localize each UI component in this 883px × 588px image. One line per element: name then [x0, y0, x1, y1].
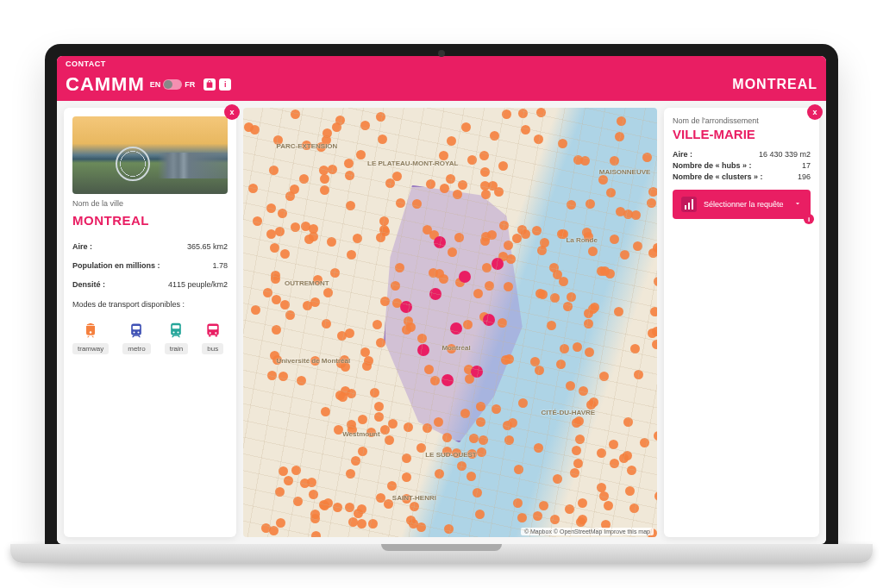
map-dot[interactable] [630, 344, 640, 353]
map-dot[interactable] [461, 122, 471, 132]
map-hub-dot[interactable] [450, 322, 462, 335]
map-dot[interactable] [648, 248, 657, 258]
map-dot[interactable] [623, 451, 632, 460]
map-dot[interactable] [270, 243, 279, 253]
map-dot[interactable] [584, 232, 593, 241]
map-dot[interactable] [434, 417, 443, 427]
map-dot[interactable] [447, 344, 456, 353]
map-dot[interactable] [253, 216, 262, 226]
map-dot[interactable] [614, 307, 623, 316]
map-dot[interactable] [473, 488, 482, 497]
map-dot[interactable] [467, 472, 476, 481]
map-dot[interactable] [477, 447, 486, 457]
map-dot[interactable] [299, 174, 309, 184]
lang-en[interactable]: EN [150, 80, 161, 89]
map-dot[interactable] [498, 252, 508, 261]
map-dot[interactable] [348, 517, 358, 527]
map-dot[interactable] [410, 502, 419, 511]
map-dot[interactable] [406, 322, 416, 332]
map-dot[interactable] [323, 288, 333, 297]
map-dot[interactable] [499, 221, 509, 230]
map-dot[interactable] [535, 366, 544, 375]
map-dot[interactable] [648, 187, 657, 197]
map-dot[interactable] [535, 289, 545, 298]
map-dot[interactable] [567, 200, 576, 210]
map-dot[interactable] [578, 515, 587, 524]
map-dot[interactable] [480, 236, 490, 246]
map-dot[interactable] [364, 356, 373, 366]
map-dot[interactable] [376, 493, 385, 503]
map-dot[interactable] [391, 281, 400, 291]
map-dot[interactable] [290, 185, 299, 194]
map-dot[interactable] [270, 351, 279, 360]
map-dot[interactable] [344, 159, 354, 168]
map-dot[interactable] [557, 229, 567, 239]
map-dot[interactable] [373, 320, 382, 329]
map-dot[interactable] [573, 342, 582, 352]
map-dot[interactable] [469, 434, 479, 443]
map-dot[interactable] [521, 229, 530, 239]
map-dot[interactable] [606, 188, 616, 197]
map-dot[interactable] [345, 503, 354, 512]
map-dot[interactable] [537, 246, 547, 255]
map-dot[interactable] [487, 230, 497, 240]
map-dot[interactable] [588, 304, 598, 314]
map-dot[interactable] [267, 371, 277, 380]
map-dot[interactable] [376, 233, 385, 242]
map-dot[interactable] [574, 416, 584, 426]
map-dot[interactable] [653, 243, 657, 253]
map-dot[interactable] [269, 526, 279, 535]
map-dot[interactable] [333, 503, 342, 512]
map-dot[interactable] [291, 222, 300, 232]
map-dot[interactable] [479, 312, 489, 322]
map-dot[interactable] [404, 316, 413, 326]
map-dot[interactable] [417, 334, 427, 343]
map-dot[interactable] [629, 504, 639, 513]
map-dot[interactable] [601, 520, 611, 529]
map-dot[interactable] [464, 365, 473, 374]
map-dot[interactable] [341, 362, 350, 372]
map-dot[interactable] [534, 134, 543, 144]
map-dot[interactable] [560, 344, 569, 353]
map-dot[interactable] [633, 241, 642, 251]
map-dot[interactable] [309, 232, 318, 241]
map-dot[interactable] [266, 203, 276, 213]
map-dot[interactable] [490, 131, 499, 141]
map-hub-dot[interactable] [492, 258, 504, 270]
map-dot[interactable] [353, 234, 362, 243]
map-dot[interactable] [412, 199, 422, 209]
map-dot[interactable] [319, 500, 329, 510]
map-dot[interactable] [610, 235, 619, 244]
map-dot[interactable] [430, 376, 440, 385]
map-dot[interactable] [457, 461, 467, 471]
map-dot[interactable] [538, 290, 548, 299]
map-dot[interactable] [310, 297, 320, 307]
lang-fr[interactable]: FR [185, 80, 195, 89]
map-dot[interactable] [463, 320, 473, 329]
map-dot[interactable] [518, 109, 528, 118]
map-dot[interactable] [435, 269, 444, 278]
map-dot[interactable] [648, 328, 657, 338]
map-dot[interactable] [590, 303, 599, 312]
map-dot[interactable] [446, 174, 455, 184]
map-dot[interactable] [580, 156, 590, 166]
map-dot[interactable] [586, 199, 595, 209]
map-dot[interactable] [396, 198, 405, 208]
map-dot[interactable] [366, 428, 376, 437]
map-dot[interactable] [346, 469, 355, 479]
map-dot[interactable] [272, 325, 281, 335]
map-dot[interactable] [452, 448, 461, 458]
map-hub-dot[interactable] [471, 366, 483, 378]
map-dot[interactable] [566, 381, 575, 391]
map-dot[interactable] [578, 498, 587, 508]
map-dot[interactable] [620, 250, 629, 260]
map-dot[interactable] [362, 361, 372, 371]
map-dot[interactable] [424, 365, 434, 374]
map-dot[interactable] [316, 142, 326, 152]
map-dot[interactable] [553, 270, 562, 279]
map-dot[interactable] [402, 454, 411, 463]
map-dot[interactable] [615, 132, 624, 141]
map-dot[interactable] [600, 266, 610, 276]
map-dot[interactable] [440, 184, 449, 193]
map-dot[interactable] [358, 415, 367, 424]
